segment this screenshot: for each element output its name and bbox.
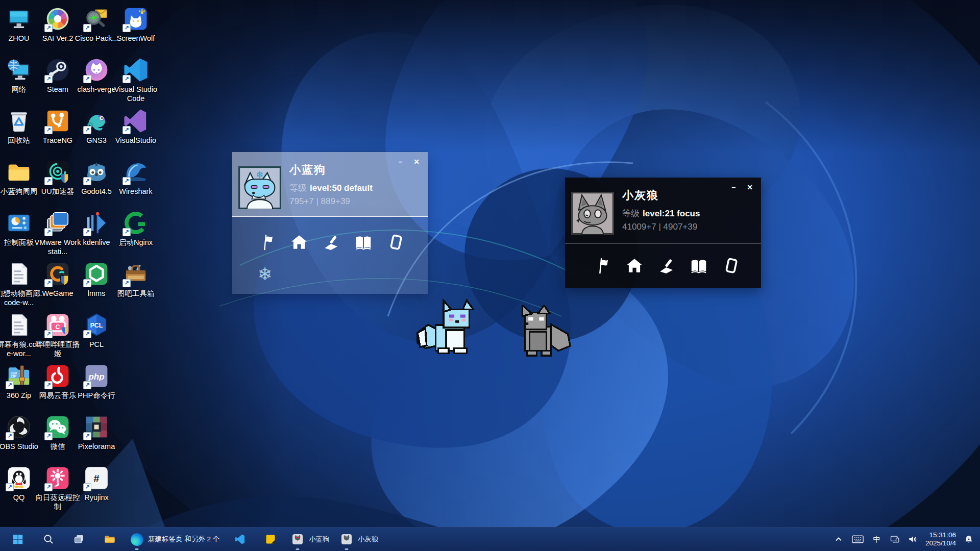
shortcut-arrow-icon: ↗ — [44, 75, 53, 83]
clock[interactable]: 15:31:06 2025/10/4 — [925, 531, 956, 547]
desktop-icon-wireshark[interactable]: ↗Wireshark — [112, 158, 159, 196]
shortcut-arrow-icon: ↗ — [6, 483, 14, 491]
shortcut-arrow-icon: ↗ — [122, 279, 131, 287]
minimize-button[interactable]: – — [731, 184, 736, 191]
desktop-icon-php[interactable]: php↗PHP命令行 — [73, 362, 120, 400]
shortcut-arrow-icon: ↗ — [83, 330, 91, 338]
taskbar-search-button[interactable] — [35, 529, 62, 549]
pet-action-phone-icon[interactable] — [722, 257, 740, 275]
shortcut-arrow-icon: ↗ — [83, 75, 91, 83]
taskbar-button-label: 小蓝狗 — [309, 535, 330, 544]
desktop-icon-grid: ZHOU网络回收站小蓝狗周周控制面板幻想动物画廊.code-w...屏幕有狼.c… — [0, 0, 980, 528]
recycle-icon — [5, 107, 33, 135]
taskbar-task-view-button[interactable] — [65, 529, 93, 549]
shortcut-arrow-icon: ↗ — [83, 177, 91, 185]
shortcut-arrow-icon: ↗ — [83, 126, 91, 134]
blue-dog-desktop-pet[interactable] — [415, 299, 487, 361]
pet-action-home-icon[interactable] — [290, 233, 308, 252]
pet-action-flag-icon[interactable] — [593, 257, 611, 275]
pet-action-pen-icon[interactable] — [322, 233, 340, 252]
taskbar-pet-grey-wolf-button[interactable]: 小灰狼 — [336, 529, 382, 549]
desktop-icon-pixelorama[interactable]: ↗Pixelorama — [73, 413, 120, 452]
screenwolf-icon: ↗ — [122, 5, 150, 33]
pet-widget-body: ❄ — [232, 217, 428, 252]
desktop-icon-visualstudio[interactable]: ↗VisualStudio — [112, 107, 159, 145]
taskbar-button-label: 小灰狼 — [358, 535, 379, 544]
network-icon — [5, 56, 33, 84]
ime-indicator[interactable]: 中 — [872, 533, 882, 545]
qq-icon: ↗ — [5, 464, 33, 492]
shortcut-arrow-icon: ↗ — [122, 228, 131, 236]
edge-icon — [130, 533, 143, 546]
pet-action-home-icon[interactable] — [625, 257, 644, 275]
pet-widget-blue-dog[interactable]: – ✕ ❄ — [232, 152, 428, 294]
pcl-icon: PCL↗ — [83, 311, 110, 339]
cast-display-icon[interactable] — [890, 533, 900, 545]
clock-time: 15:31:06 — [925, 531, 956, 539]
shortcut-arrow-icon: ↗ — [44, 432, 53, 440]
start-icon — [11, 533, 24, 546]
desktop-icon-label: PCL — [73, 340, 120, 349]
vscode-icon — [233, 533, 247, 546]
volume-icon[interactable] — [908, 533, 918, 545]
netease-icon: ↗ — [44, 362, 71, 390]
nginx-icon: ↗ — [122, 209, 150, 237]
taskbar-button-label: 新建标签页 和另外 2 个 — [148, 535, 219, 544]
shortcut-arrow-icon: ↗ — [44, 24, 53, 32]
folder-icon — [5, 158, 33, 186]
pet-action-book-icon[interactable] — [354, 233, 373, 252]
desktop-icon-ryujinx[interactable]: #↗Ryujinx — [73, 464, 120, 503]
blue-dog-avatar: ❄ — [238, 166, 281, 209]
shortcut-arrow-icon: ↗ — [83, 228, 91, 236]
close-button[interactable]: ✕ — [413, 158, 420, 165]
shortcut-arrow-icon: ↗ — [83, 279, 91, 287]
pet-action-pen-icon[interactable] — [657, 257, 676, 275]
uu-icon: ↗ — [44, 158, 71, 186]
pet-name: 小灰狼 — [622, 188, 700, 203]
pet-action-phone-icon[interactable] — [386, 233, 405, 252]
vmware-icon: ↗ — [44, 209, 71, 237]
taskbar-app-area: 新建标签页 和另外 2 个小蓝狗小灰狼 — [4, 529, 382, 549]
document-icon — [5, 311, 33, 339]
taskbar-file-explorer-button[interactable] — [96, 529, 124, 549]
document-icon — [5, 260, 33, 288]
pet-action-flag-icon[interactable] — [258, 233, 276, 252]
running-indicator — [135, 548, 139, 550]
zip360-icon: 360ZIP↗ — [5, 362, 33, 390]
taskbar-vscode-button[interactable] — [226, 529, 254, 549]
touch-keyboard-icon[interactable] — [851, 533, 864, 545]
grey-wolf-avatar — [571, 192, 614, 235]
desktop-icon-pcl[interactable]: PCL↗PCL — [73, 311, 120, 349]
pet-action-book-icon[interactable] — [690, 257, 708, 275]
taskbar-pet-blue-dog-button[interactable]: 小蓝狗 — [287, 529, 333, 549]
desktop-icon-nginx[interactable]: ↗启动Nginx — [112, 209, 159, 247]
shortcut-arrow-icon: ↗ — [44, 279, 53, 287]
pet-level: 等级level:21 focus — [622, 208, 700, 219]
tray-chevron-up-icon[interactable] — [834, 533, 844, 545]
svg-text:#: # — [93, 473, 99, 484]
close-button[interactable]: ✕ — [747, 184, 753, 191]
pixelorama-icon: ↗ — [83, 413, 110, 441]
sunflower-icon: ↗ — [44, 464, 71, 492]
desktop-icon-label: Wireshark — [112, 187, 159, 196]
desktop-icon-vscode[interactable]: ↗Visual Studio Code — [112, 56, 159, 103]
desktop-icon-screenwolf[interactable]: ↗ScreenWolf — [112, 5, 159, 43]
grey-wolf-desktop-pet[interactable] — [510, 305, 573, 358]
pet-grey-wolf-icon — [340, 533, 353, 546]
desktop-icon-toolbox[interactable]: ↗图吧工具箱 — [112, 260, 159, 298]
taskbar-notes-button[interactable] — [257, 529, 284, 549]
minimize-button[interactable]: – — [398, 158, 402, 165]
system-tray: 中 15:31:06 2025/10/4 z — [834, 531, 974, 547]
pet-widget-grey-wolf[interactable]: – ✕ 小 — [565, 178, 761, 288]
running-indicator — [296, 548, 300, 550]
php-icon: php↗ — [83, 362, 110, 390]
notification-bell-icon[interactable]: z — [964, 533, 974, 545]
shortcut-arrow-icon: ↗ — [122, 24, 131, 32]
shortcut-arrow-icon: ↗ — [83, 483, 91, 491]
steam-icon: ↗ — [44, 56, 71, 84]
search-icon — [42, 533, 55, 546]
taskbar-start-button[interactable] — [4, 529, 32, 549]
shortcut-arrow-icon: ↗ — [44, 483, 53, 491]
taskbar-edge-button[interactable]: 新建标签页 和另外 2 个 — [127, 529, 223, 549]
wireshark-icon: ↗ — [122, 158, 150, 186]
